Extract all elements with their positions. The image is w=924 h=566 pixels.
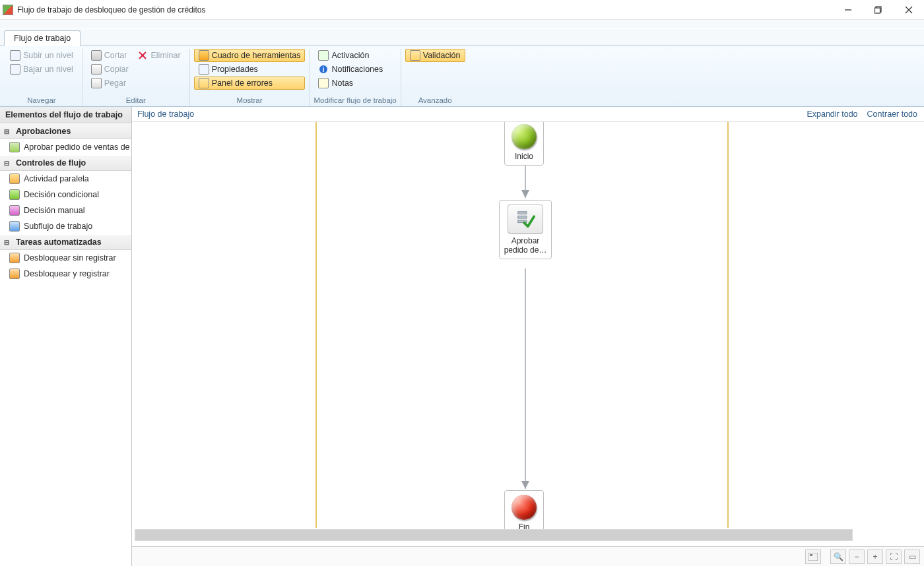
zoom-fit-button[interactable]: 🔍 [830,550,846,564]
activation-label: Activación [331,51,369,60]
toolbox-label: Cuadro de herramientas [212,51,301,60]
copy-button[interactable]: Copiar [86,63,185,76]
copy-icon [91,64,102,75]
delete-button[interactable]: Eliminar [133,49,185,62]
notes-button[interactable]: Notas [314,77,396,90]
item-decision-manual-label: Decisión manual [24,206,84,215]
start-node[interactable]: Inicio [504,122,544,166]
item-desbloquear-sin-label: Desbloquear sin registrar [24,253,116,263]
start-label: Inicio [515,152,533,161]
nav-down-label: Bajar un nivel [23,65,73,74]
scissors-icon [91,50,102,61]
item-aprobar-pedido[interactable]: Aprobar pedido de ventas de [0,139,131,155]
section-aprobaciones-label: Aprobaciones [16,127,71,136]
collapse-all-link[interactable]: Contraer todo [867,110,917,119]
item-decision-condicional-label: Decisión condicional [24,190,99,199]
maximize-button[interactable] [863,0,894,20]
activation-button[interactable]: Activación [314,49,396,62]
task-icon [508,204,543,234]
properties-label: Propiedades [212,65,258,74]
cut-button[interactable]: Cortar [86,49,132,62]
item-subflujo[interactable]: Subflujo de trabajo [0,218,131,234]
main-area: Elementos del flujo de trabajo ⊟ Aprobac… [0,107,924,566]
ribbon-group-editar: Cortar Eliminar Copiar Pegar Editar [82,49,190,106]
group-label-navegar: Navegar [5,95,78,106]
unlock-icon [9,253,20,263]
item-decision-manual[interactable]: Decisión manual [0,203,131,218]
nav-down-button[interactable]: Bajar un nivel [5,63,78,76]
zoom-out-button[interactable]: − [849,550,865,564]
section-controles[interactable]: ⊟ Controles de flujo [0,155,131,171]
nav-up-button[interactable]: Subir un nivel [5,49,78,62]
minimize-button[interactable] [833,0,863,20]
delete-icon [137,50,148,61]
canvas-header: Flujo de trabajo Expandir todo Contraer … [132,107,924,122]
approve-label-line1: Aprobar [512,236,540,245]
properties-button[interactable]: Propiedades [194,63,306,76]
item-actividad-paralela-label: Actividad paralela [24,174,89,183]
minimap-button[interactable] [805,550,821,564]
svg-rect-2 [875,8,880,13]
copy-label: Copiar [104,65,129,74]
section-tareas-label: Tareas automatizadas [16,237,102,247]
paste-label: Pegar [104,79,126,88]
item-decision-condicional[interactable]: Decisión condicional [0,187,131,203]
validation-button[interactable]: Validación [405,49,465,62]
collapse-icon: ⊟ [4,128,12,135]
item-desbloquear-y-label: Desbloquear y registrar [24,269,110,278]
error-panel-label: Panel de errores [212,79,273,88]
section-aprobaciones[interactable]: ⊟ Aprobaciones [0,123,131,139]
notes-icon [318,78,329,88]
validation-label: Validación [423,51,461,60]
approve-icon [9,142,20,152]
breadcrumb[interactable]: Flujo de trabajo [137,110,194,119]
activation-icon [318,50,329,61]
manual-decision-icon [9,205,20,216]
notes-label: Notas [331,79,353,88]
section-controles-label: Controles de flujo [16,158,86,168]
scrollbar-thumb[interactable] [135,530,852,540]
svg-rect-13 [810,554,812,556]
notifications-button[interactable]: i Notificaciones [314,63,396,76]
item-actividad-paralela[interactable]: Actividad paralela [0,171,131,187]
ribbon-group-navegar: Subir un nivel Bajar un nivel Navegar [1,49,82,106]
approve-node[interactable]: Aprobar pedido de… [499,200,552,259]
ribbon: Subir un nivel Bajar un nivel Navegar Co… [0,46,924,107]
subworkflow-icon [9,221,20,232]
window-controls [833,0,924,20]
conditional-icon [9,189,20,200]
item-desbloquear-sin-registrar[interactable]: Desbloquear sin registrar [0,250,131,266]
section-tareas[interactable]: ⊟ Tareas automatizadas [0,234,131,250]
toolbox-button[interactable]: Cuadro de herramientas [194,49,306,62]
item-aprobar-pedido-label: Aprobar pedido de ventas de [24,142,130,152]
zoom-in-button[interactable]: + [867,550,883,564]
approve-label-line2: pedido de… [504,245,547,255]
unlock-register-icon [9,268,20,279]
window-title: Flujo de trabajo de desbloqueo de gestió… [17,5,206,15]
collapse-icon: ⊟ [4,239,12,246]
group-label-avanzado: Avanzado [405,95,465,106]
horizontal-scrollbar[interactable] [135,529,853,541]
validation-icon [410,50,420,61]
error-panel-button[interactable]: Panel de errores [194,77,306,90]
workflow-elements-panel: Elementos del flujo de trabajo ⊟ Aprobac… [0,107,132,566]
error-panel-icon [199,78,209,88]
titlebar: Flujo de trabajo de desbloqueo de gestió… [0,0,924,20]
status-bar: 🔍 − + ⛶ ▭ [132,546,924,566]
ribbon-tab-workflow[interactable]: Flujo de trabajo [4,30,81,46]
group-label-mostrar: Mostrar [194,95,306,106]
expand-all-link[interactable]: Expandir todo [807,110,857,119]
workflow-elements-header: Elementos del flujo de trabajo [0,107,131,123]
paste-button[interactable]: Pegar [86,77,185,90]
nav-up-label: Subir un nivel [23,51,73,60]
item-desbloquear-y-registrar[interactable]: Desbloquear y registrar [0,266,131,282]
notifications-label: Notificaciones [331,65,383,74]
ribbon-group-mostrar: Cuadro de herramientas Propiedades Panel… [190,49,310,106]
start-circle-icon [512,124,537,149]
fit-window-button[interactable]: ▭ [904,550,920,564]
close-button[interactable] [894,0,924,20]
item-subflujo-label: Subflujo de trabajo [24,222,92,231]
workflow-canvas[interactable]: Inicio Aprobar pedido de… [132,122,924,546]
zoom-to-selection-button[interactable]: ⛶ [886,550,902,564]
arrow-down-icon [10,64,20,75]
